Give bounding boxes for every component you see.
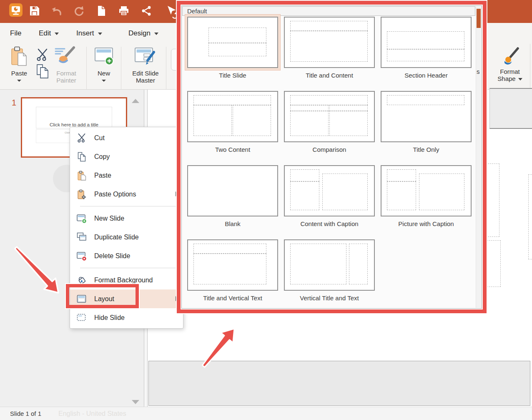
menu-item-paste[interactable]: Paste <box>70 166 183 185</box>
menu-item-duplicate-slide[interactable]: Duplicate Slide <box>70 228 183 246</box>
collapsed-pane <box>489 88 532 129</box>
layout-gallery-panel: Default Title Slide Title and Content <box>181 5 482 309</box>
application-window: File Edit Insert Design Paste <box>0 0 532 420</box>
redo-icon[interactable] <box>73 5 85 19</box>
menu-edit[interactable]: Edit <box>39 27 59 40</box>
copy-icon[interactable] <box>35 64 50 81</box>
chevron-down-icon <box>98 33 102 35</box>
layout-option-title-slide[interactable]: Title Slide <box>187 17 278 80</box>
slide-duplicate-icon <box>76 232 87 243</box>
menu-design[interactable]: Design <box>128 27 158 40</box>
copy-icon <box>76 151 87 162</box>
layout-group-header: Default <box>182 6 475 16</box>
layout-option-blank[interactable]: Blank <box>187 165 278 229</box>
menu-item-new-slide[interactable]: New Slide <box>70 209 183 228</box>
chevron-down-icon <box>518 78 522 80</box>
share-icon[interactable] <box>141 5 152 18</box>
save-icon[interactable] <box>29 5 40 18</box>
app-logo-icon <box>9 3 23 18</box>
layout-option-title-and-vertical-text[interactable]: Title and Vertical Text <box>187 239 278 303</box>
new-button[interactable]: New <box>91 70 116 77</box>
layout-option-picture-with-caption[interactable]: Picture with Caption <box>381 165 472 229</box>
format-painter-button: Format Painter <box>50 70 82 84</box>
slide-hidden-icon <box>76 312 87 323</box>
annotation-box-layout-panel: Default Title Slide Title and Content <box>177 1 487 313</box>
menu-separator <box>70 204 183 209</box>
chevron-down-icon[interactable] <box>102 80 106 82</box>
layout-option-vertical-title-and-text[interactable]: Vertical Title and Text <box>284 239 375 303</box>
format-shape-icon[interactable] <box>501 47 520 69</box>
slide-delete-icon <box>76 251 87 262</box>
layout-option-two-content[interactable]: Two Content <box>187 91 278 155</box>
layout-option-comparison[interactable]: Comparison <box>284 91 375 155</box>
pointer-refresh-icon[interactable] <box>165 5 178 21</box>
obscured-label-fragment: s <box>477 68 480 75</box>
slide-new-icon <box>76 213 87 224</box>
chevron-down-icon <box>55 33 59 35</box>
edit-slide-master-icon[interactable] <box>134 47 156 68</box>
layout-option-content-with-caption[interactable]: Content with Caption <box>284 165 375 229</box>
annotation-box-layout-item <box>66 284 139 308</box>
format-shape-button[interactable]: Format Shape <box>496 68 524 82</box>
scroll-down-icon[interactable] <box>132 400 139 404</box>
status-bar: Slide 1 of 1 English - United States <box>0 407 532 420</box>
undo-icon[interactable] <box>50 5 63 19</box>
menu-insert[interactable]: Insert <box>76 27 102 40</box>
scroll-up-icon[interactable] <box>132 99 139 103</box>
menu-item-delete-slide[interactable]: Delete Slide <box>70 246 183 265</box>
paste-button[interactable]: Paste <box>6 70 33 77</box>
edit-slide-master-button[interactable]: Edit Slide Master <box>130 70 161 84</box>
language-indicator[interactable]: English - United States <box>58 410 126 417</box>
new-slide-icon[interactable] <box>94 47 114 68</box>
menu-item-cut[interactable]: Cut <box>70 128 183 147</box>
slide-placeholder-fragment <box>528 174 532 259</box>
chevron-down-icon <box>154 33 158 35</box>
layout-option-title-only[interactable]: Title Only <box>381 91 472 155</box>
thumbnail-title-placeholder: Click here to add a title <box>36 107 112 128</box>
cut-icon[interactable] <box>36 48 49 63</box>
menu-separator <box>70 265 183 271</box>
clipboard-icon <box>76 170 87 181</box>
menu-item-paste-options[interactable]: Paste Options <box>70 185 183 204</box>
scrollbar-thumb[interactable] <box>477 9 481 28</box>
layout-option-title-and-content[interactable]: Title and Content <box>284 17 375 80</box>
menu-file[interactable]: File <box>10 27 21 40</box>
menu-item-copy[interactable]: Copy <box>70 147 183 166</box>
layout-grid: Title Slide Title and Content Section He… <box>187 17 472 303</box>
menu-item-hide-slide[interactable]: Hide Slide <box>70 308 183 327</box>
paste-icon[interactable] <box>11 46 28 68</box>
layout-panel-scrollbar[interactable] <box>476 6 481 308</box>
scissors-icon <box>76 133 87 143</box>
slide-counter: Slide 1 of 1 <box>10 410 41 417</box>
clipboard-gear-icon <box>76 189 87 200</box>
chevron-down-icon[interactable] <box>17 80 21 82</box>
notes-pane[interactable] <box>148 361 530 406</box>
print-icon[interactable] <box>118 5 130 18</box>
layout-option-section-header[interactable]: Section Header <box>381 17 472 80</box>
format-painter-icon <box>55 46 76 68</box>
new-document-icon[interactable] <box>95 5 107 18</box>
slide-number: 1 <box>12 98 16 108</box>
